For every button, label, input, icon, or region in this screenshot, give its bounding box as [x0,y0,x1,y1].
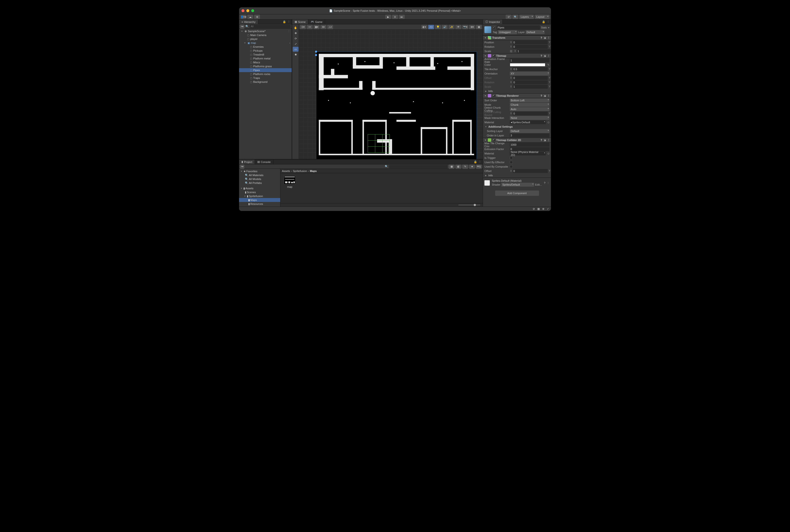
preset-icon[interactable]: ⇲ [544,36,546,39]
project-tab[interactable]: ▮ Project [239,159,255,164]
hierarchy-item[interactable]: ▢Traps [239,76,292,80]
local-button[interactable]: ⌖▾ [307,25,313,29]
console-tab[interactable]: ▤ Console [255,159,273,164]
is-trigger-checkbox[interactable] [510,156,513,159]
hierarchy-item[interactable]: ▢Platforms grass [239,64,292,68]
hierarchy-item-selected[interactable]: ▢Pipes [239,68,292,72]
project-menu-icon[interactable]: ⋮ [478,160,481,164]
layer-dropdown[interactable]: Default [526,30,545,34]
asset-item[interactable]: map [283,176,297,188]
search-button[interactable]: 🔍 [512,15,518,19]
favorite-item[interactable]: 🔍 All Materials [239,173,280,177]
help-icon[interactable]: ? [541,36,542,39]
hierarchy-add-button[interactable]: +▾ [240,24,244,29]
rect-tool[interactable]: ▭ [293,47,299,52]
project-breadcrumb[interactable]: Assets › Spritefusion › Maps [281,169,483,173]
search-by-type-icon[interactable]: ▦ [449,165,454,169]
help-icon[interactable]: ? [541,54,542,57]
hierarchy-item[interactable]: ▢Platform metal [239,57,292,60]
settings-button[interactable]: ⚙ [254,15,260,19]
order-input[interactable] [510,133,549,137]
active-checkbox[interactable] [493,26,496,29]
move-tool[interactable]: ✥ [293,31,299,36]
audio-toggle[interactable]: 🔊 [442,25,448,29]
2d-toggle[interactable]: 2D [428,25,434,29]
component-menu-icon[interactable]: ⋮ [547,139,550,142]
hierarchy-item[interactable]: ▢Pickups [239,49,292,53]
collider-info-foldout[interactable]: ▶Info [483,173,551,177]
eyedropper-icon[interactable]: ✎ [547,63,549,66]
inspector-tab[interactable]: ⓘ Inspector [483,19,503,24]
hierarchy-item[interactable]: ▢Miscs [239,60,292,64]
help-icon[interactable]: ? [541,139,542,142]
used-composite-checkbox[interactable] [510,165,513,168]
hierarchy-item[interactable]: ▢Enemies [239,45,292,49]
object-picker-icon[interactable]: ⊙ [547,152,549,155]
hierarchy-lock-icon[interactable]: 🔒 [283,20,286,23]
material-footer[interactable]: Sprites-Default (Material) Shader Sprite… [483,177,551,188]
add-component-button[interactable]: Add Component [495,190,539,196]
inspector-lock-icon[interactable]: 🔒 [542,20,545,23]
visibility-toggle[interactable]: 👁 [455,25,461,29]
tag-dropdown[interactable]: Untagged [498,30,517,34]
search-by-label-icon[interactable]: ◧ [455,165,461,169]
hierarchy-item[interactable]: ▢player [239,37,292,41]
layers-dropdown[interactable]: Layers [519,15,534,19]
folder-item[interactable]: ▼▮ Spritefusion [239,194,280,198]
pivot-button[interactable]: ⊙▾ [300,25,306,29]
play-button[interactable]: ▶ [385,15,391,19]
anchor-x-input[interactable] [513,67,548,71]
sort-order-dropdown[interactable]: Bottom Left [510,98,549,102]
hierarchy-menu-icon[interactable]: ⋮ [287,20,290,23]
hierarchy-item[interactable]: ▢Platform rocks [239,72,292,76]
scene-grid-icon[interactable]: ▦ [476,25,482,29]
save-search-icon[interactable]: ✎ [462,165,468,169]
scene-menu-icon[interactable]: ⋮ [287,30,292,33]
col-offset-x-input[interactable] [513,169,548,173]
hierarchy-item[interactable]: ▢Treadmill [239,53,292,57]
level-canvas[interactable] [316,52,477,159]
help-icon[interactable]: ? [541,94,542,97]
snap-button[interactable]: ⧉▾ [320,25,326,29]
project-add-button[interactable]: +▾ [240,165,244,169]
project-search-input[interactable] [389,165,448,168]
hierarchy-item[interactable]: ▼▣map› [239,41,292,45]
rect-handle[interactable] [315,54,317,56]
preset-icon[interactable]: ⇲ [544,54,546,57]
draw-mode-button[interactable]: ◐▾ [421,25,427,29]
increment-button[interactable]: ⧍▾ [327,25,333,29]
scale-tool[interactable]: ⤢ [293,41,299,46]
material-field[interactable]: ● Sprites-Default [510,120,546,124]
gameobject-icon[interactable] [485,26,491,33]
account-button[interactable]: 👤 H ▾ [241,15,246,19]
mask-dropdown[interactable]: None [510,116,549,120]
folder-item[interactable]: ▮ Scenes [239,190,280,194]
scene-view[interactable]: ⊙▾ ⌖▾ ▦▾ ⧉▾ ⧍▾ ◐▾ 2D 💡 🔊 ✨ [299,24,483,159]
folder-item[interactable]: ▮ Resources [239,202,280,206]
assets-folder[interactable]: ▼▮ Assets [239,186,280,190]
used-effector-checkbox[interactable] [510,161,513,164]
scene-root[interactable]: ▼⬢ SampleScene* ⋮ [239,29,292,33]
hidden-count-icon[interactable]: 👁5 [476,165,482,169]
inspector-menu-icon[interactable]: ⋮ [547,20,549,23]
camera-button[interactable]: 📷▾ [462,25,468,29]
hierarchy-search-input[interactable] [250,25,291,28]
col-material-field[interactable]: None (Physics Material 2D) [510,152,546,155]
layout-dropdown[interactable]: Layout [535,15,549,19]
favorite-item[interactable]: 🔍 All Prefabs [239,181,280,185]
scale-x-input[interactable] [517,49,551,53]
pause-button[interactable]: ⏸ [392,15,398,19]
additional-settings-foldout[interactable]: ▼Additional Settings [483,125,551,129]
preset-icon[interactable]: ⇲ [544,94,546,97]
edit-button[interactable]: Edit... [535,183,542,186]
transform-tool[interactable]: ✱ [293,52,299,57]
favorite-item[interactable]: 🔍 All Models [239,177,280,181]
status-icon[interactable]: ⊗ [542,207,544,210]
max-tile-input[interactable] [510,143,549,147]
collider-enable-checkbox[interactable] [492,139,495,141]
favorite-icon[interactable]: ★ [469,165,475,169]
renderer-enable-checkbox[interactable] [492,94,495,97]
grid-button[interactable]: ▦▾ [314,25,319,29]
orientation-dropdown[interactable]: XY [510,72,549,76]
tilemap-renderer-header[interactable]: ▼Tilemap Renderer?⇲⋮ [483,93,551,98]
